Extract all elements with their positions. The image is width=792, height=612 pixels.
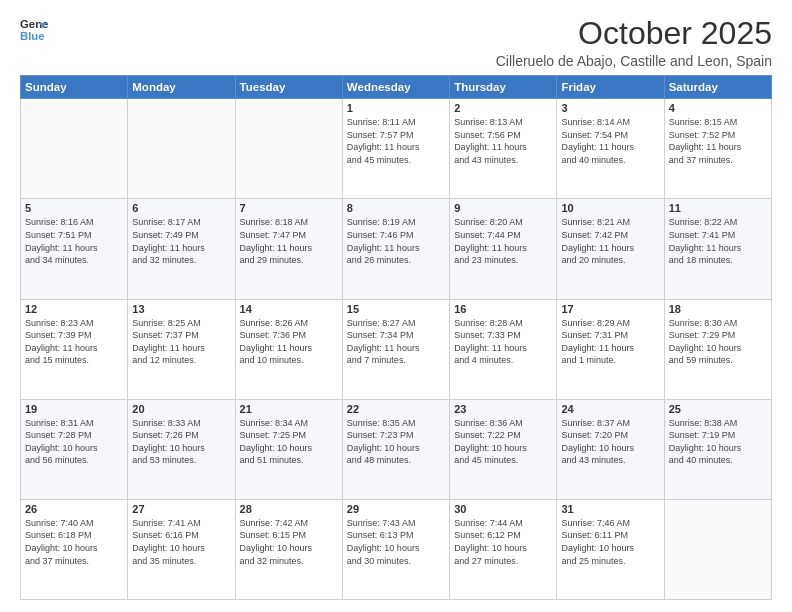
day-number: 29 — [347, 503, 445, 515]
table-row — [664, 499, 771, 599]
col-thursday: Thursday — [450, 76, 557, 99]
table-row: 9Sunrise: 8:20 AM Sunset: 7:44 PM Daylig… — [450, 199, 557, 299]
day-number: 3 — [561, 102, 659, 114]
table-row: 8Sunrise: 8:19 AM Sunset: 7:46 PM Daylig… — [342, 199, 449, 299]
day-info: Sunrise: 8:35 AM Sunset: 7:23 PM Dayligh… — [347, 417, 445, 467]
day-info: Sunrise: 7:40 AM Sunset: 6:18 PM Dayligh… — [25, 517, 123, 567]
table-row: 4Sunrise: 8:15 AM Sunset: 7:52 PM Daylig… — [664, 99, 771, 199]
day-info: Sunrise: 8:26 AM Sunset: 7:36 PM Dayligh… — [240, 317, 338, 367]
table-row: 28Sunrise: 7:42 AM Sunset: 6:15 PM Dayli… — [235, 499, 342, 599]
table-row: 24Sunrise: 8:37 AM Sunset: 7:20 PM Dayli… — [557, 399, 664, 499]
day-info: Sunrise: 8:22 AM Sunset: 7:41 PM Dayligh… — [669, 216, 767, 266]
day-number: 14 — [240, 303, 338, 315]
calendar-table: Sunday Monday Tuesday Wednesday Thursday… — [20, 75, 772, 600]
month-title: October 2025 — [496, 16, 772, 51]
day-info: Sunrise: 8:29 AM Sunset: 7:31 PM Dayligh… — [561, 317, 659, 367]
day-number: 18 — [669, 303, 767, 315]
day-number: 21 — [240, 403, 338, 415]
table-row: 5Sunrise: 8:16 AM Sunset: 7:51 PM Daylig… — [21, 199, 128, 299]
table-row: 23Sunrise: 8:36 AM Sunset: 7:22 PM Dayli… — [450, 399, 557, 499]
table-row: 20Sunrise: 8:33 AM Sunset: 7:26 PM Dayli… — [128, 399, 235, 499]
day-number: 20 — [132, 403, 230, 415]
day-number: 19 — [25, 403, 123, 415]
col-saturday: Saturday — [664, 76, 771, 99]
day-info: Sunrise: 8:25 AM Sunset: 7:37 PM Dayligh… — [132, 317, 230, 367]
col-sunday: Sunday — [21, 76, 128, 99]
col-friday: Friday — [557, 76, 664, 99]
day-number: 2 — [454, 102, 552, 114]
day-info: Sunrise: 8:17 AM Sunset: 7:49 PM Dayligh… — [132, 216, 230, 266]
table-row: 10Sunrise: 8:21 AM Sunset: 7:42 PM Dayli… — [557, 199, 664, 299]
table-row: 2Sunrise: 8:13 AM Sunset: 7:56 PM Daylig… — [450, 99, 557, 199]
col-tuesday: Tuesday — [235, 76, 342, 99]
day-number: 15 — [347, 303, 445, 315]
day-number: 9 — [454, 202, 552, 214]
day-number: 25 — [669, 403, 767, 415]
header: General Blue October 2025 Cilleruelo de … — [20, 16, 772, 69]
table-row: 6Sunrise: 8:17 AM Sunset: 7:49 PM Daylig… — [128, 199, 235, 299]
day-info: Sunrise: 8:15 AM Sunset: 7:52 PM Dayligh… — [669, 116, 767, 166]
table-row: 1Sunrise: 8:11 AM Sunset: 7:57 PM Daylig… — [342, 99, 449, 199]
day-number: 10 — [561, 202, 659, 214]
day-info: Sunrise: 8:23 AM Sunset: 7:39 PM Dayligh… — [25, 317, 123, 367]
day-info: Sunrise: 8:37 AM Sunset: 7:20 PM Dayligh… — [561, 417, 659, 467]
day-number: 30 — [454, 503, 552, 515]
day-info: Sunrise: 8:30 AM Sunset: 7:29 PM Dayligh… — [669, 317, 767, 367]
day-info: Sunrise: 7:43 AM Sunset: 6:13 PM Dayligh… — [347, 517, 445, 567]
day-number: 4 — [669, 102, 767, 114]
day-number: 1 — [347, 102, 445, 114]
day-info: Sunrise: 8:13 AM Sunset: 7:56 PM Dayligh… — [454, 116, 552, 166]
table-row: 19Sunrise: 8:31 AM Sunset: 7:28 PM Dayli… — [21, 399, 128, 499]
svg-text:Blue: Blue — [20, 30, 45, 42]
day-number: 24 — [561, 403, 659, 415]
day-info: Sunrise: 7:46 AM Sunset: 6:11 PM Dayligh… — [561, 517, 659, 567]
day-info: Sunrise: 7:42 AM Sunset: 6:15 PM Dayligh… — [240, 517, 338, 567]
logo: General Blue — [20, 16, 48, 44]
table-row: 13Sunrise: 8:25 AM Sunset: 7:37 PM Dayli… — [128, 299, 235, 399]
table-row: 7Sunrise: 8:18 AM Sunset: 7:47 PM Daylig… — [235, 199, 342, 299]
table-row: 3Sunrise: 8:14 AM Sunset: 7:54 PM Daylig… — [557, 99, 664, 199]
day-number: 23 — [454, 403, 552, 415]
day-number: 17 — [561, 303, 659, 315]
table-row: 26Sunrise: 7:40 AM Sunset: 6:18 PM Dayli… — [21, 499, 128, 599]
table-row: 25Sunrise: 8:38 AM Sunset: 7:19 PM Dayli… — [664, 399, 771, 499]
day-info: Sunrise: 8:19 AM Sunset: 7:46 PM Dayligh… — [347, 216, 445, 266]
header-row: Sunday Monday Tuesday Wednesday Thursday… — [21, 76, 772, 99]
day-number: 28 — [240, 503, 338, 515]
table-row: 12Sunrise: 8:23 AM Sunset: 7:39 PM Dayli… — [21, 299, 128, 399]
page: General Blue October 2025 Cilleruelo de … — [0, 0, 792, 612]
location-title: Cilleruelo de Abajo, Castille and Leon, … — [496, 53, 772, 69]
day-number: 8 — [347, 202, 445, 214]
day-number: 26 — [25, 503, 123, 515]
table-row: 16Sunrise: 8:28 AM Sunset: 7:33 PM Dayli… — [450, 299, 557, 399]
table-row: 27Sunrise: 7:41 AM Sunset: 6:16 PM Dayli… — [128, 499, 235, 599]
day-info: Sunrise: 8:31 AM Sunset: 7:28 PM Dayligh… — [25, 417, 123, 467]
day-info: Sunrise: 7:41 AM Sunset: 6:16 PM Dayligh… — [132, 517, 230, 567]
title-block: October 2025 Cilleruelo de Abajo, Castil… — [496, 16, 772, 69]
table-row: 11Sunrise: 8:22 AM Sunset: 7:41 PM Dayli… — [664, 199, 771, 299]
day-number: 7 — [240, 202, 338, 214]
day-info: Sunrise: 8:16 AM Sunset: 7:51 PM Dayligh… — [25, 216, 123, 266]
day-info: Sunrise: 7:44 AM Sunset: 6:12 PM Dayligh… — [454, 517, 552, 567]
day-info: Sunrise: 8:27 AM Sunset: 7:34 PM Dayligh… — [347, 317, 445, 367]
day-info: Sunrise: 8:14 AM Sunset: 7:54 PM Dayligh… — [561, 116, 659, 166]
day-info: Sunrise: 8:20 AM Sunset: 7:44 PM Dayligh… — [454, 216, 552, 266]
table-row: 15Sunrise: 8:27 AM Sunset: 7:34 PM Dayli… — [342, 299, 449, 399]
table-row: 29Sunrise: 7:43 AM Sunset: 6:13 PM Dayli… — [342, 499, 449, 599]
table-row — [21, 99, 128, 199]
table-row — [235, 99, 342, 199]
table-row: 17Sunrise: 8:29 AM Sunset: 7:31 PM Dayli… — [557, 299, 664, 399]
day-info: Sunrise: 8:11 AM Sunset: 7:57 PM Dayligh… — [347, 116, 445, 166]
day-info: Sunrise: 8:28 AM Sunset: 7:33 PM Dayligh… — [454, 317, 552, 367]
table-row: 22Sunrise: 8:35 AM Sunset: 7:23 PM Dayli… — [342, 399, 449, 499]
day-info: Sunrise: 8:38 AM Sunset: 7:19 PM Dayligh… — [669, 417, 767, 467]
day-number: 31 — [561, 503, 659, 515]
col-wednesday: Wednesday — [342, 76, 449, 99]
day-number: 22 — [347, 403, 445, 415]
day-info: Sunrise: 8:33 AM Sunset: 7:26 PM Dayligh… — [132, 417, 230, 467]
table-row: 31Sunrise: 7:46 AM Sunset: 6:11 PM Dayli… — [557, 499, 664, 599]
logo-icon: General Blue — [20, 16, 48, 44]
day-number: 5 — [25, 202, 123, 214]
table-row — [128, 99, 235, 199]
col-monday: Monday — [128, 76, 235, 99]
